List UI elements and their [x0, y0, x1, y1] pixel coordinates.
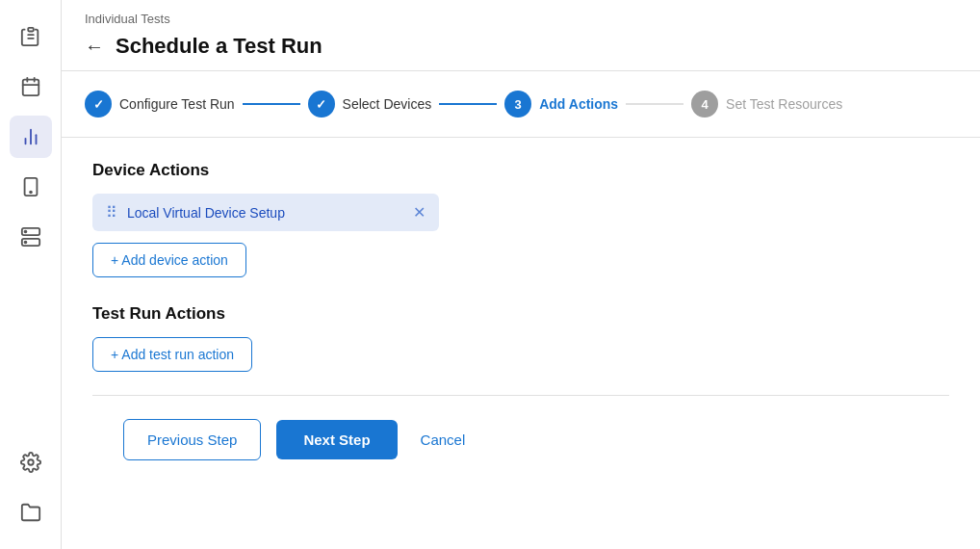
sidebar	[0, 0, 62, 549]
step-checkmark-configure: ✓	[93, 97, 104, 112]
sidebar-item-folder[interactable]	[10, 491, 52, 534]
step-circle-add-actions: 3	[504, 91, 531, 118]
back-button[interactable]: ←	[85, 37, 104, 56]
footer-divider	[92, 395, 949, 396]
step-label-configure: Configure Test Run	[119, 96, 235, 112]
test-run-actions-section: Test Run Actions + Add test run action	[92, 304, 949, 372]
step-label-select-devices: Select Devices	[343, 96, 432, 112]
svg-point-11	[30, 192, 32, 194]
title-row: ← Schedule a Test Run	[85, 34, 957, 70]
step-select-devices: ✓ Select Devices	[308, 91, 432, 118]
chip-label: Local Virtual Device Setup	[127, 205, 403, 221]
svg-rect-0	[28, 28, 34, 32]
step-circle-set-resources: 4	[691, 91, 718, 118]
chip-close-button[interactable]: ✕	[413, 205, 426, 221]
page-title: Schedule a Test Run	[116, 34, 322, 59]
sidebar-item-chart[interactable]	[10, 116, 52, 158]
step-connector-1	[243, 103, 300, 105]
sidebar-item-calendar[interactable]	[10, 65, 52, 108]
sidebar-item-server[interactable]	[10, 216, 52, 258]
cancel-button[interactable]: Cancel	[413, 420, 474, 459]
step-label-set-resources: Set Test Resources	[726, 96, 842, 112]
header: Individual Tests ← Schedule a Test Run	[62, 0, 980, 71]
step-connector-2	[439, 103, 497, 105]
sidebar-item-clipboard[interactable]	[10, 15, 52, 58]
next-step-button[interactable]: Next Step	[276, 420, 397, 459]
device-actions-title: Device Actions	[92, 161, 949, 180]
sidebar-item-phone[interactable]	[10, 166, 52, 208]
step-connector-3	[626, 103, 683, 105]
device-actions-section: Device Actions ⠿ Local Virtual Device Se…	[92, 161, 949, 277]
step-set-resources: 4 Set Test Resources	[691, 91, 842, 118]
content-area: Device Actions ⠿ Local Virtual Device Se…	[62, 138, 980, 549]
step-label-add-actions: Add Actions	[539, 96, 618, 112]
svg-point-15	[24, 242, 26, 244]
step-number-add-actions: 3	[515, 97, 522, 112]
step-add-actions: 3 Add Actions	[504, 91, 618, 118]
device-chip: ⠿ Local Virtual Device Setup ✕	[92, 194, 439, 231]
stepper: ✓ Configure Test Run ✓ Select Devices 3 …	[62, 71, 980, 138]
step-checkmark-select-devices: ✓	[316, 97, 326, 112]
previous-step-button[interactable]: Previous Step	[123, 419, 261, 460]
main-content: Individual Tests ← Schedule a Test Run ✓…	[62, 0, 980, 549]
svg-point-16	[28, 459, 34, 465]
add-device-action-button[interactable]: + Add device action	[92, 243, 246, 277]
test-run-actions-title: Test Run Actions	[92, 304, 949, 324]
add-test-run-action-button[interactable]: + Add test run action	[92, 337, 252, 372]
step-configure: ✓ Configure Test Run	[85, 91, 235, 118]
step-circle-configure: ✓	[85, 91, 112, 118]
svg-rect-3	[22, 80, 39, 96]
step-number-set-resources: 4	[701, 97, 708, 112]
svg-point-14	[24, 231, 26, 233]
breadcrumb: Individual Tests	[85, 12, 957, 26]
step-circle-select-devices: ✓	[308, 91, 335, 118]
footer-actions: Previous Step Next Step Cancel	[92, 419, 949, 484]
sidebar-item-gear[interactable]	[10, 441, 52, 484]
drag-handle-icon[interactable]: ⠿	[106, 203, 117, 222]
